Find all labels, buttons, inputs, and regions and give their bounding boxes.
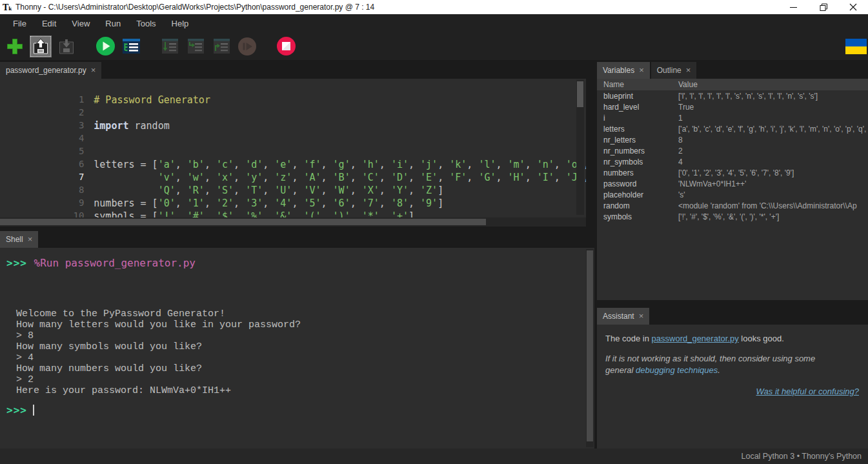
run-script-button[interactable]: [94, 35, 116, 57]
variables-rows: blueprint ['l', 'l', 'l', 'l', 'l', 'l',…: [597, 90, 868, 222]
shell-vertical-scrollbar-thumb[interactable]: [587, 250, 593, 441]
close-button[interactable]: [838, 0, 868, 14]
step-out-button[interactable]: [210, 35, 232, 57]
assistant-tab-label: Assistant: [603, 312, 634, 321]
variables-header: Name Value: [597, 79, 868, 90]
variable-row[interactable]: random <module 'random' from 'C:\\Users\…: [597, 200, 868, 211]
code-token: 'y': [245, 172, 263, 183]
variable-row[interactable]: numbers ['0', '1', '2', '3', '4', '5', '…: [597, 167, 868, 178]
code-token: ,: [205, 197, 216, 209]
new-file-button[interactable]: [4, 35, 26, 57]
interpreter-status[interactable]: Local Python 3 • Thonny's Python: [741, 452, 862, 461]
shell-input-line[interactable]: >>>: [6, 404, 594, 416]
variable-name: letters: [597, 125, 678, 134]
tab-shell[interactable]: Shell ×: [0, 231, 38, 248]
ukraine-flag-icon[interactable]: [845, 39, 867, 54]
code-token: ,: [292, 172, 303, 183]
code-token: '#': [187, 210, 205, 217]
step-over-button[interactable]: [159, 35, 181, 57]
save-file-button[interactable]: [56, 35, 77, 57]
code-token: 'C': [362, 172, 379, 183]
menu-item[interactable]: File: [5, 16, 34, 31]
feedback-link[interactable]: Was it helpful or confusing?: [756, 387, 859, 396]
menu-item[interactable]: Edit: [34, 16, 64, 31]
variable-row[interactable]: hard_level True: [597, 101, 868, 112]
tab-assistant[interactable]: Assistant ×: [597, 308, 649, 325]
code-token: ,: [379, 210, 391, 217]
close-tab-icon[interactable]: ×: [686, 66, 691, 74]
outline-tab-label: Outline: [657, 66, 681, 75]
editor-horizontal-scrollbar-thumb[interactable]: [0, 219, 486, 225]
shell-output-line: How many symbols would you like?: [16, 341, 594, 352]
line-number: 3: [58, 120, 94, 130]
restore-button[interactable]: [809, 0, 838, 14]
code-token: [94, 172, 157, 183]
debug-script-button[interactable]: [120, 35, 142, 57]
file-link[interactable]: password_generator.py: [652, 334, 739, 343]
code-token: 'z': [274, 172, 292, 183]
minimize-button[interactable]: [779, 0, 809, 14]
variable-value: 8: [678, 136, 868, 145]
shell-panel[interactable]: >>> %Run password_generator.py Welcome t…: [0, 248, 594, 449]
editor-vertical-scrollbar[interactable]: [576, 80, 584, 215]
code-token: ,: [350, 210, 362, 217]
code-token: ]: [438, 197, 443, 209]
close-tab-icon[interactable]: ×: [639, 66, 644, 74]
code-token: ')': [333, 210, 350, 217]
assistant-text: looks good.: [739, 334, 784, 343]
variable-row[interactable]: blueprint ['l', 'l', 'l', 'l', 'l', 'l',…: [597, 90, 868, 101]
variable-row[interactable]: nr_letters 8: [597, 134, 868, 145]
editor-vertical-scrollbar-thumb[interactable]: [577, 81, 583, 107]
line-number: 4: [58, 133, 94, 143]
code-token: ,: [263, 185, 274, 196]
code-token: 'E': [420, 172, 438, 183]
variable-row[interactable]: placeholder 's': [597, 189, 868, 200]
shell-output-line: How many numbers would you like?: [16, 363, 594, 374]
tab-password-generator[interactable]: password_generator.py ×: [0, 62, 101, 79]
code-token: ,: [234, 172, 245, 183]
code-token: ,: [176, 197, 187, 209]
shell-run-command: %Run password_generator.py: [34, 257, 196, 269]
variable-row[interactable]: letters ['a', 'b', 'c', 'd', 'e', 'f', '…: [597, 123, 868, 134]
code-token: 'l': [478, 159, 496, 170]
code-token: '7': [362, 197, 379, 209]
line-number: 2: [58, 107, 94, 117]
editor-horizontal-scrollbar[interactable]: [0, 217, 586, 227]
shell-prompt: >>>: [6, 257, 34, 269]
close-tab-icon[interactable]: ×: [639, 312, 644, 320]
step-over-icon: [161, 37, 179, 55]
tab-outline[interactable]: Outline ×: [651, 62, 697, 79]
code-token: '+': [391, 210, 409, 217]
code-token: ,: [350, 185, 362, 196]
code-token: '!': [158, 210, 176, 217]
menu-item[interactable]: Help: [164, 16, 197, 31]
close-tab-icon[interactable]: ×: [28, 236, 33, 243]
variable-value: True: [678, 103, 868, 112]
code-token: ,: [409, 185, 420, 196]
code-token: ,: [263, 159, 274, 170]
close-tab-icon[interactable]: ×: [91, 66, 96, 74]
variable-row[interactable]: i 1: [597, 112, 868, 123]
menu-item[interactable]: View: [64, 16, 97, 31]
code-token: '(': [303, 210, 321, 217]
variable-row[interactable]: nr_numbers 2: [597, 145, 868, 156]
open-file-button[interactable]: [30, 35, 52, 57]
debugging-techniques-link[interactable]: debugging techniques: [636, 365, 718, 375]
menu-item[interactable]: Run: [97, 16, 128, 31]
step-into-button[interactable]: [185, 35, 207, 57]
assistant-hint: If it is not working as it should, then …: [605, 353, 822, 376]
variable-row[interactable]: nr_symbols 4: [597, 156, 868, 167]
run-icon: [96, 36, 116, 56]
tab-variables[interactable]: Variables ×: [597, 62, 650, 79]
menu-item[interactable]: Tools: [128, 16, 163, 31]
code-token: 'i': [391, 159, 409, 170]
code-editor[interactable]: 1# Password Generator 2 3import random 4…: [0, 79, 586, 217]
variable-row[interactable]: password 'NLWmVa+0*IH1++': [597, 178, 868, 189]
code-token: ,: [176, 210, 187, 217]
stop-button[interactable]: [275, 35, 297, 57]
shell-vertical-scrollbar[interactable]: [586, 249, 594, 447]
code-token: ,: [321, 197, 333, 209]
text-cursor: [33, 405, 34, 416]
resume-button[interactable]: [236, 35, 258, 57]
variable-row[interactable]: symbols ['!', '#', '$', '%', '&', '(', '…: [597, 211, 868, 222]
